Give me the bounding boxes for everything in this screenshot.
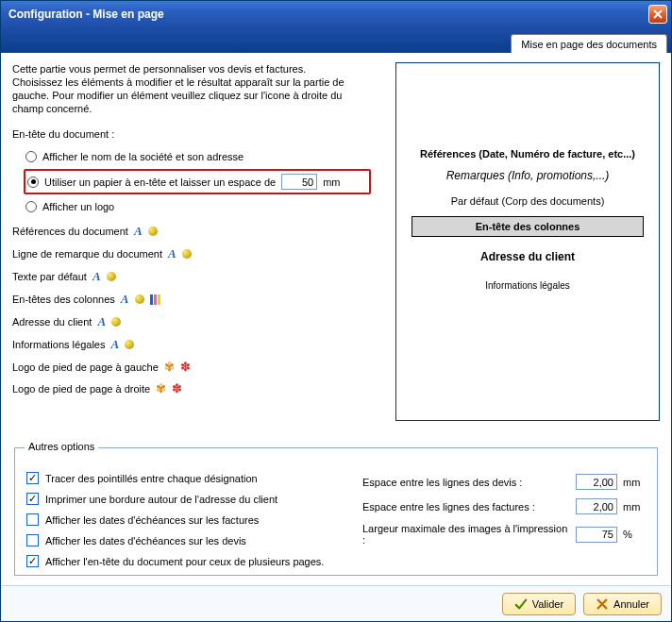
left-column: Cette partie vous permet de personnalise…	[12, 62, 380, 403]
opt-legal-info[interactable]: Informations légales A	[12, 337, 380, 352]
color-dot-icon	[148, 227, 158, 236]
chk-invoice-dates[interactable]: Afficher les dates d'échéances sur les f…	[26, 512, 334, 528]
close-button[interactable]	[648, 5, 667, 24]
unit-mm: mm	[623, 477, 646, 488]
columns-icon	[150, 294, 160, 305]
spacing-column: Espace entre les lignes des devis : mm E…	[362, 465, 646, 574]
spacing-image-width: Largeur maximale des images à l'impressi…	[362, 523, 646, 546]
titlebar: Configuration - Mise en page	[1, 1, 671, 26]
preview-refs: Références (Date, Numéro de facture, etc…	[406, 148, 649, 160]
opt-label: Texte par défaut	[12, 271, 87, 282]
checkbox-icon	[26, 493, 39, 505]
unit-percent: %	[623, 529, 646, 540]
unit-mm: mm	[323, 177, 340, 188]
intro-line1: Cette partie vous permet de personnalise…	[12, 62, 371, 76]
radio-show-company[interactable]: Afficher le nom de la société et son adr…	[25, 147, 380, 166]
radio-use-paper-label: Utiliser un papier à en-tête et laisser …	[44, 177, 276, 188]
other-options-group: Autres options Tracer des pointillés ent…	[14, 447, 658, 576]
preview-client-address: Adresse du client	[406, 250, 649, 263]
font-icon: A	[97, 314, 106, 329]
radio-use-paper-highlight: Utiliser un papier à en-tête et laisser …	[24, 169, 371, 194]
check-icon	[514, 597, 528, 611]
window-title: Configuration - Mise en page	[8, 8, 164, 21]
flower-icon: ✾	[164, 360, 175, 374]
color-dot-icon	[107, 272, 116, 281]
chk-label: Afficher les dates d'échéances sur les f…	[45, 514, 259, 526]
sp-label: Largeur maximale des images à l'impressi…	[362, 523, 570, 546]
opt-doc-refs[interactable]: Références du document A	[12, 224, 380, 239]
spacing-devis: Espace entre les lignes des devis : mm	[362, 474, 646, 490]
config-window: Configuration - Mise en page Mise en pag…	[0, 0, 672, 622]
color-dot-icon	[125, 340, 134, 349]
option-list: Références du document A Ligne de remarq…	[12, 224, 380, 395]
group-legend: Autres options	[25, 441, 98, 452]
font-icon: A	[110, 337, 119, 352]
intro-line2: Choisissez les éléments à modifier et le…	[12, 76, 371, 115]
opt-col-headers[interactable]: En-têtes des colonnes A	[12, 292, 380, 307]
checkbox-icon	[26, 555, 39, 567]
radio-icon	[25, 151, 37, 162]
chk-label: Tracer des pointillés entre chaque désig…	[45, 473, 258, 484]
preview-default: Par défaut (Corp des documents)	[406, 195, 649, 207]
header-space-input[interactable]	[281, 174, 317, 190]
ok-label: Valider	[532, 598, 563, 610]
sp-label: Espace entre les lignes des factures :	[362, 501, 570, 513]
tab-page-layout[interactable]: Mise en page des documents	[511, 34, 667, 53]
opt-label: Adresse du client	[12, 316, 92, 328]
radio-label: Afficher le nom de la société et son adr…	[42, 151, 244, 162]
spacing-factures: Espace entre les lignes des factures : m…	[362, 498, 646, 514]
font-icon: A	[121, 292, 129, 307]
opt-default-text[interactable]: Texte par défaut A	[12, 269, 380, 284]
chk-dots[interactable]: Tracer des pointillés entre chaque désig…	[26, 470, 334, 486]
unit-mm: mm	[623, 501, 646, 513]
image-width-input[interactable]	[576, 527, 617, 543]
radio-show-logo[interactable]: Afficher un logo	[25, 197, 380, 216]
flower-icon: ✾	[156, 381, 166, 395]
intro-text: Cette partie vous permet de personnalise…	[12, 62, 371, 115]
color-dot-icon	[182, 249, 192, 259]
flower-icon-red: ✽	[172, 381, 182, 395]
font-icon: A	[134, 224, 143, 239]
close-icon	[653, 9, 663, 19]
checkbox-icon	[26, 513, 39, 526]
opt-footer-logo-right[interactable]: Logo de pied de page à droite ✾ ✽	[12, 381, 380, 395]
header-section-label: En-tête du document :	[12, 128, 380, 140]
chk-label: Imprimer une bordure autour de l'adresse…	[45, 494, 277, 505]
cancel-button[interactable]: Annuler	[583, 593, 662, 615]
ok-button[interactable]: Valider	[502, 593, 576, 615]
cancel-icon	[596, 597, 609, 611]
flower-icon-red: ✽	[180, 360, 191, 374]
opt-label: Informations légales	[12, 339, 105, 350]
chk-border[interactable]: Imprimer une bordure autour de l'adresse…	[26, 491, 334, 507]
opt-label: Ligne de remarque du document	[12, 248, 162, 260]
factures-spacing-input[interactable]	[576, 498, 617, 514]
chk-quote-dates[interactable]: Afficher les dates d'échéances sur les d…	[26, 532, 334, 548]
checkbox-column: Tracer des pointillés entre chaque désig…	[26, 465, 334, 574]
chk-multipage-header[interactable]: Afficher l'en-tête du document pour ceux…	[26, 553, 334, 569]
tabbar: Mise en page des documents	[1, 26, 671, 53]
opt-label: Logo de pied de page à gauche	[12, 361, 159, 373]
preview-col-header: En-tête des colonnes	[412, 216, 644, 237]
opt-label: Références du document	[12, 226, 128, 237]
checkbox-icon	[26, 472, 39, 484]
color-dot-icon	[135, 294, 144, 304]
opt-label: Logo de pied de page à droite	[12, 383, 150, 395]
footer-buttons: Valider Annuler	[1, 585, 671, 621]
opt-remark-line[interactable]: Ligne de remarque du document A	[12, 246, 380, 261]
cancel-label: Annuler	[613, 598, 649, 610]
preview-panel: Références (Date, Numéro de facture, etc…	[395, 62, 660, 421]
preview-remarks: Remarques (Info, promotions,...)	[406, 169, 649, 182]
opt-label: En-têtes des colonnes	[12, 294, 115, 305]
radio-icon	[25, 201, 37, 212]
radio-label: Afficher un logo	[42, 201, 114, 212]
opt-footer-logo-left[interactable]: Logo de pied de page à gauche ✾ ✽	[12, 360, 380, 374]
preview-legal: Informations légales	[406, 280, 649, 291]
font-icon: A	[168, 246, 176, 261]
chk-label: Afficher les dates d'échéances sur les d…	[45, 535, 246, 546]
content-area: Cette partie vous permet de personnalise…	[1, 53, 671, 583]
radio-use-paper[interactable]	[27, 177, 39, 188]
devis-spacing-input[interactable]	[576, 474, 617, 490]
color-dot-icon	[111, 317, 121, 327]
opt-client-address[interactable]: Adresse du client A	[12, 314, 380, 329]
font-icon: A	[92, 269, 101, 284]
